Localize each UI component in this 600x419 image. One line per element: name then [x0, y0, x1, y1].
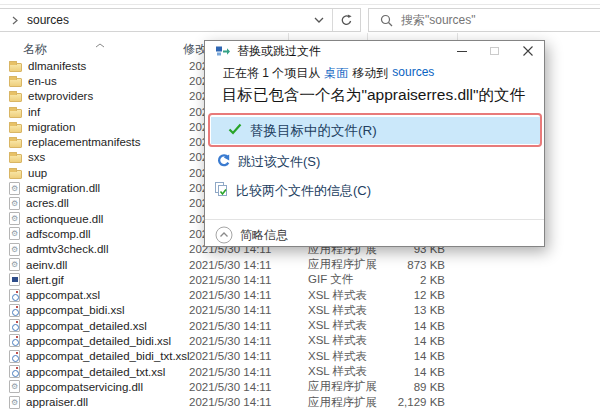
file-date: 2021/5/30 14:11	[189, 333, 271, 348]
folder-icon	[9, 154, 22, 163]
column-header-name[interactable]: 名称	[23, 41, 47, 58]
replace-option-label: 替换目标中的文件(R)	[250, 122, 377, 140]
file-name: migration	[28, 121, 75, 133]
file-name: acres.dll	[26, 197, 69, 209]
dll-icon	[9, 258, 20, 271]
file-date: 2021/5/30 14:11	[189, 364, 271, 379]
file-name: uup	[28, 167, 47, 179]
file-size: 2 KB	[355, 272, 445, 287]
file-name-cell: migration	[9, 119, 75, 134]
file-row[interactable]: appraiser.dll 2021/5/30 14:11 应用程序扩展 2,1…	[0, 395, 600, 410]
skip-file-option[interactable]: 跳过该文件(S)	[216, 153, 320, 171]
file-date: 2021/5/30 14:11	[189, 287, 271, 302]
minimize-icon	[457, 51, 467, 52]
maximize-button[interactable]	[478, 41, 511, 61]
folder-icon	[9, 109, 22, 118]
file-name: alert.gif	[26, 274, 64, 286]
file-date: 2021/5/30 14:11	[189, 272, 271, 287]
chevron-right-icon	[12, 16, 18, 25]
xsl-icon	[9, 350, 20, 363]
dll-icon	[9, 212, 20, 225]
file-name: sxs	[28, 151, 45, 163]
file-date: 2021/5/30 14:11	[189, 395, 271, 410]
file-name-cell: alert.gif	[9, 272, 64, 287]
search-box[interactable]	[368, 8, 600, 32]
search-input[interactable]	[401, 13, 600, 27]
fewer-details-toggle[interactable]: 简略信息	[215, 224, 288, 246]
file-size: 2,129 KB	[355, 395, 445, 410]
compare-files-option[interactable]: 比较两个文件的信息(C)	[214, 182, 371, 200]
file-size: 12 KB	[355, 287, 445, 302]
dialog-titlebar[interactable]: 替换或跳过文件	[205, 41, 544, 61]
moving-target-link: sources	[392, 65, 434, 82]
folder-icon	[9, 170, 22, 179]
file-row[interactable]: appcompatservicing.dll 2021/5/30 14:11 应…	[0, 379, 600, 394]
file-name: appraiser.dll	[26, 396, 88, 408]
dialog-divider	[205, 219, 544, 220]
file-row[interactable]: appcompat.xsl 2021/5/30 14:11 XSL 样式表 12…	[0, 287, 600, 302]
file-date: 2021/5/30 14:11	[189, 257, 271, 272]
file-name-cell: admtv3check.dll	[9, 242, 108, 257]
dll-icon	[9, 396, 20, 409]
file-name-cell: uup	[9, 165, 47, 180]
refresh-icon	[340, 14, 353, 27]
file-name: en-us	[28, 75, 57, 87]
file-name-cell: replacementmanifests	[9, 134, 141, 149]
minimize-button[interactable]	[445, 41, 478, 61]
skip-icon	[216, 154, 230, 171]
chevron-down-icon	[314, 17, 324, 23]
xsl-icon	[9, 319, 20, 332]
folder-icon	[9, 124, 22, 133]
file-date: 2021/5/30 14:11	[189, 318, 271, 333]
file-name: actionqueue.dll	[26, 213, 103, 225]
chevron-up-circle-icon	[215, 226, 233, 244]
folder-icon	[9, 78, 22, 87]
close-button[interactable]	[511, 41, 544, 61]
file-row[interactable]: alert.gif 2021/5/30 14:11 GIF 文件 2 KB	[0, 272, 600, 287]
file-row[interactable]: appcompat_detailed_txt.xsl 2021/5/30 14:…	[0, 364, 600, 379]
file-type: GIF 文件	[308, 272, 353, 287]
conflict-message: 目标已包含一个名为"appraiserres.dll"的文件	[222, 85, 525, 106]
dll-icon	[9, 243, 20, 256]
file-name-cell: inf	[9, 104, 40, 119]
file-row[interactable]: appcompat_detailed.xsl 2021/5/30 14:11 X…	[0, 318, 600, 333]
compare-files-icon	[214, 182, 229, 200]
file-date: 2021/5/30 14:11	[189, 303, 271, 318]
file-name: admtv3check.dll	[26, 243, 108, 255]
search-icon	[380, 14, 393, 27]
address-dropdown-button[interactable]	[306, 9, 332, 31]
file-name-cell: appraiser.dll	[9, 395, 88, 410]
breadcrumb[interactable]: sources	[27, 13, 69, 27]
file-name: appcompat.xsl	[26, 289, 100, 301]
file-name: appcompat_detailed_bidi_txt.xsl	[26, 350, 190, 362]
file-row[interactable]: appcompat_detailed_bidi.xsl 2021/5/30 14…	[0, 333, 600, 348]
file-name-cell: sxs	[9, 150, 45, 165]
moving-middle: 移动到	[352, 65, 388, 82]
file-name: acmigration.dll	[26, 182, 100, 194]
refresh-button[interactable]	[333, 9, 360, 31]
file-name-cell: en-us	[9, 73, 57, 88]
file-size: 14 KB	[355, 364, 445, 379]
fewer-details-label: 简略信息	[240, 227, 288, 244]
file-name: replacementmanifests	[28, 136, 141, 148]
dll-icon	[9, 197, 20, 210]
dll-icon	[9, 380, 20, 393]
file-size: 873 KB	[355, 257, 445, 272]
moving-prefix: 正在将 1 个项目从	[223, 65, 320, 82]
top-divider	[0, 4, 600, 5]
moving-source-link: 桌面	[324, 65, 348, 82]
file-name-cell: appcompat_detailed.xsl	[9, 318, 147, 333]
check-icon	[228, 123, 242, 138]
file-name-cell: appcompatservicing.dll	[9, 379, 143, 394]
file-row[interactable]: aeinv.dll 2021/5/30 14:11 应用程序扩展 873 KB	[0, 257, 600, 272]
file-row[interactable]: appcompat_bidi.xsl 2021/5/30 14:11 XSL 样…	[0, 303, 600, 318]
xsl-icon	[9, 304, 20, 317]
file-name-cell: dlmanifests	[9, 58, 86, 73]
xsl-icon	[9, 365, 20, 378]
compare-option-label: 比较两个文件的信息(C)	[236, 182, 371, 200]
file-row[interactable]: appcompat_detailed_bidi_txt.xsl 2021/5/3…	[0, 349, 600, 364]
file-name-cell: appcompat_bidi.xsl	[9, 303, 124, 318]
replace-file-option[interactable]: 替换目标中的文件(R)	[211, 117, 540, 144]
address-bar[interactable]: sources	[0, 8, 361, 32]
folder-icon	[9, 93, 22, 102]
